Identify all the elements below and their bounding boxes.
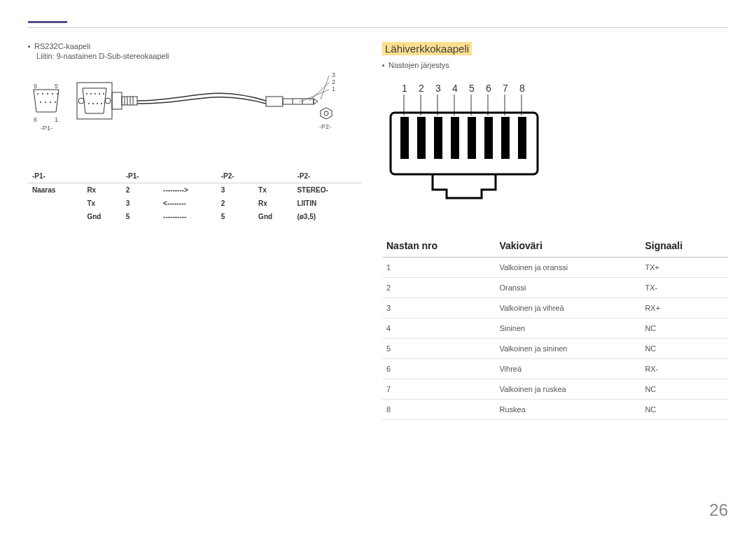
lan-th-pin: Nastan nro (382, 234, 495, 258)
rj45-svg: 12345678 (382, 79, 550, 212)
svg-point-4 (52, 93, 53, 94)
th-p1b: -P1- (122, 167, 159, 183)
page-number: 26 (709, 500, 728, 520)
svg-line-35 (309, 83, 329, 101)
rj45-pin (468, 117, 476, 159)
lan-table-row: 1Valkoinen ja oranssiTX+ (382, 258, 728, 278)
lan-cell: 2 (382, 278, 495, 298)
svg-rect-29 (266, 97, 283, 106)
lan-table-row: 8RuskeaNC (382, 400, 728, 420)
svg-point-14 (86, 93, 88, 94)
svg-marker-11 (83, 88, 106, 113)
db9-br: 1 (55, 116, 58, 123)
lan-cell: NC (640, 379, 728, 400)
rs232-cell: Rx (254, 197, 293, 210)
rj45-pin-number: 7 (503, 83, 508, 94)
rs232-svg: 9 5 6 1 -P1- (28, 70, 361, 154)
svg-point-3 (47, 93, 48, 94)
rj45-pin (501, 117, 510, 159)
bullet-icon (28, 45, 30, 48)
lan-cell: TX+ (640, 258, 728, 278)
rj45-pin (518, 117, 526, 159)
rs232-bullet-text: RS232C-kaapeli (34, 42, 90, 50)
rs232-table-row: Gnd5----------5Gnd(ø3,5) (28, 210, 361, 223)
rj45-pin (400, 117, 409, 159)
th-p2a: -P2- (217, 167, 254, 183)
svg-point-13 (105, 98, 111, 104)
rs232-cable-diagram: 9 5 6 1 -P1- (28, 70, 361, 154)
svg-rect-47 (391, 113, 538, 174)
svg-point-15 (90, 93, 92, 94)
rj45-pin-number: 5 (469, 83, 475, 94)
rj45-pin-number: 4 (452, 83, 458, 94)
db9-bl: 6 (34, 116, 37, 123)
rs232-cell: STEREO- (293, 183, 361, 197)
rj45-pin-number: 2 (419, 83, 424, 94)
rj45-pin (451, 117, 459, 159)
rs232-cell: (ø3,5) (293, 210, 361, 223)
right-column: Lähiverkkokaapeli Nastojen järjestys 123… (382, 42, 728, 420)
svg-point-12 (78, 98, 84, 104)
decorative-accent-bar (28, 21, 67, 23)
svg-point-17 (99, 93, 100, 94)
rs232-bullet: RS232C-kaapeli (28, 42, 361, 50)
left-column: RS232C-kaapeli Liitin: 9-nastainen D-Sub… (28, 42, 361, 420)
rs232-pin-header-row: -P1- -P1- -P2- -P2- (28, 167, 361, 183)
lan-cell: TX- (640, 278, 728, 298)
rj45-pin (417, 117, 426, 159)
rs232-cell (28, 210, 83, 223)
lan-cell: 4 (382, 318, 495, 339)
th-p1a: -P1- (28, 167, 83, 183)
stereo-b: 1 (332, 85, 335, 92)
bullet-icon (382, 64, 384, 66)
rs232-pin-table: -P1- -P1- -P2- -P2- NaarasRx2--------->3… (28, 167, 361, 223)
svg-rect-24 (122, 97, 137, 105)
svg-point-21 (97, 103, 98, 104)
lan-table-row: 2OranssiTX- (382, 278, 728, 298)
rs232-cell: Tx (254, 183, 293, 197)
lan-table-row: 3Valkoinen ja vihreäRX+ (382, 298, 728, 318)
lan-table: Nastan nro Vakioväri Signaali 1Valkoinen… (382, 234, 728, 420)
rs232-cell: 5 (217, 210, 254, 223)
svg-marker-33 (314, 99, 318, 104)
lan-cell: Oranssi (495, 278, 640, 298)
stereo-t: 3 (332, 71, 335, 78)
lan-cell: Valkoinen ja vihreä (495, 298, 640, 318)
rs232-cell: Tx (83, 197, 121, 210)
svg-point-38 (324, 111, 328, 115)
rs232-table-row: NaarasRx2--------->3TxSTEREO- (28, 183, 361, 197)
lan-cell: 6 (382, 359, 495, 379)
rj45-pin (484, 117, 493, 159)
svg-point-19 (88, 103, 90, 104)
svg-line-34 (321, 76, 329, 99)
rs232-subline: Liitin: 9-nastainen D-Sub-stereokaapeli (36, 52, 361, 60)
lan-cell: RX+ (640, 298, 728, 318)
rj45-pin-number: 3 (435, 83, 441, 94)
rs232-cell: 2 (217, 197, 254, 210)
svg-point-2 (42, 93, 43, 94)
rs232-cell: Gnd (254, 210, 293, 223)
rs232-cell: <-------- (159, 197, 217, 210)
rs232-cell: Rx (83, 183, 121, 197)
lan-table-row: 4SininenNC (382, 318, 728, 339)
svg-point-18 (103, 93, 104, 94)
lan-table-row: 6VihreäRX- (382, 359, 728, 379)
lan-cell: Vihreä (495, 359, 640, 379)
rs232-cell: ---------> (159, 183, 217, 197)
rs232-cell (28, 197, 83, 210)
rj45-pin-number: 6 (486, 83, 491, 94)
stereo-under: -P2- (319, 123, 331, 130)
rj45-diagram: 12345678 (382, 79, 728, 215)
svg-point-22 (101, 103, 102, 104)
lan-pin-order-bullet: Nastojen järjestys (382, 61, 728, 69)
lan-cell: 5 (382, 339, 495, 359)
lan-cell: NC (640, 318, 728, 339)
rs232-table-row: Tx3<--------2RxLIITIN (28, 197, 361, 210)
lan-cell: Ruskea (495, 400, 640, 420)
rs232-cell: ---------- (159, 210, 217, 223)
lan-cell: 3 (382, 298, 495, 318)
svg-marker-0 (34, 90, 59, 112)
svg-point-5 (57, 93, 58, 94)
svg-point-8 (50, 101, 51, 103)
lan-table-row: 5Valkoinen ja sininenNC (382, 339, 728, 359)
